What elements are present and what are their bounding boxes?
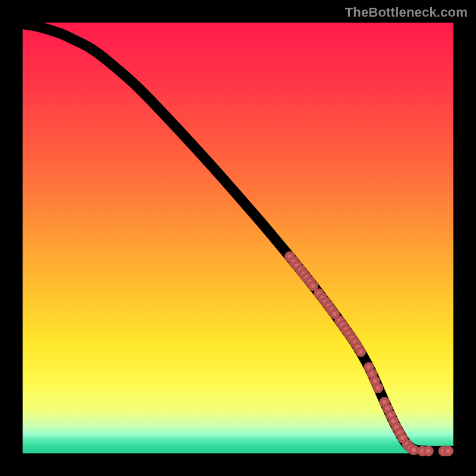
curve-line	[23, 24, 453, 451]
data-marker	[309, 282, 317, 289]
data-marker	[357, 348, 364, 355]
marker-group	[286, 253, 452, 455]
data-marker	[444, 447, 452, 455]
chart-stage: TheBottleneck.com	[0, 0, 476, 476]
watermark-text: TheBottleneck.com	[345, 5, 468, 20]
plot-area	[23, 23, 453, 453]
data-marker	[374, 384, 381, 392]
data-marker	[425, 447, 432, 455]
data-marker	[410, 446, 417, 453]
plot-overlay	[23, 23, 453, 453]
